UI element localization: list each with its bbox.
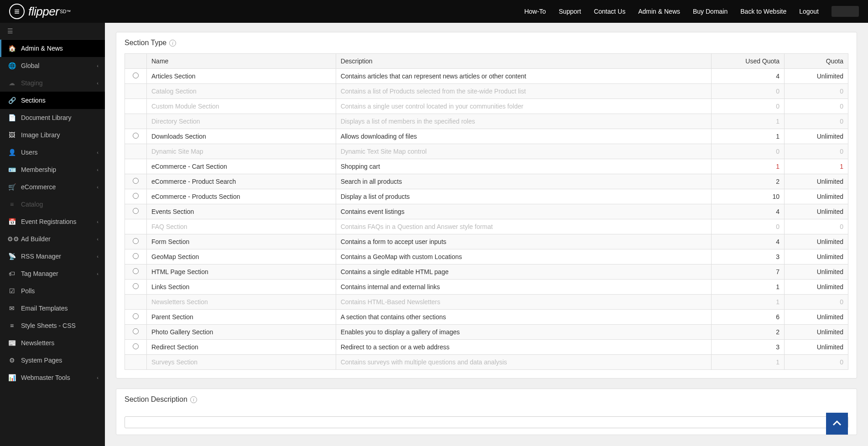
sidebar-item-label: Tag Manager [21, 270, 58, 277]
section-type-radio[interactable] [133, 343, 139, 349]
radio-cell [125, 159, 147, 174]
tag-icon: 🏷 [7, 270, 16, 277]
nav-admin-news[interactable]: Admin & News [638, 8, 680, 15]
cell-name: Surveys Section [147, 355, 336, 370]
home-icon: 🏠 [7, 45, 16, 52]
table-row: Directory SectionDisplays a list of memb… [125, 114, 848, 129]
table-row: eCommerce - Cart SectionShopping cart11 [125, 159, 848, 174]
cell-quota: Unlimited [785, 310, 848, 325]
radio-cell [125, 219, 147, 234]
section-type-radio[interactable] [133, 238, 139, 244]
sidebar-item-webmaster-tools[interactable]: 📊Webmaster Tools‹ [0, 369, 105, 386]
globe-icon: 🌐 [7, 62, 16, 69]
cell-used-quota: 0 [712, 144, 785, 159]
nav-contact[interactable]: Contact Us [594, 8, 625, 15]
cell-description: Dynamic Text Site Map control [336, 144, 711, 159]
sidebar-item-style-sheets-css[interactable]: ≡Style Sheets - CSS [0, 317, 105, 334]
nav-back-to-website[interactable]: Back to Website [740, 8, 786, 15]
section-type-radio[interactable] [133, 328, 139, 334]
section-type-radio[interactable] [133, 268, 139, 274]
sidebar-item-image-library[interactable]: 🖼Image Library [0, 126, 105, 144]
section-type-radio[interactable] [133, 73, 139, 78]
nav-logout[interactable]: Logout [799, 8, 819, 15]
table-row: Custom Module SectionContains a single u… [125, 99, 848, 114]
sidebar-item-users[interactable]: 👤Users‹ [0, 144, 105, 161]
table-row: Events SectionContains event listings4Un… [125, 204, 848, 219]
nav-support[interactable]: Support [559, 8, 581, 15]
sidebar-item-global[interactable]: 🌐Global‹ [0, 57, 105, 74]
cloud-icon: ☁ [7, 79, 16, 87]
sidebar-item-polls[interactable]: ☑Polls [0, 282, 105, 300]
cell-quota: Unlimited [785, 129, 848, 144]
info-icon[interactable]: i [190, 396, 197, 403]
cell-name: HTML Page Section [147, 264, 336, 280]
card-icon: 🪪 [7, 166, 16, 173]
chevron-left-icon: ‹ [97, 254, 99, 259]
sidebar-item-sections[interactable]: 🔗Sections [0, 92, 105, 109]
sidebar-item-ecommerce[interactable]: 🛒eCommerce‹ [0, 178, 105, 196]
cell-description: Contains internal and external links [336, 280, 711, 295]
section-type-radio[interactable] [133, 193, 139, 199]
section-type-radio[interactable] [133, 208, 139, 214]
radio-cell [125, 310, 147, 325]
sidebar-item-membership[interactable]: 🪪Membership‹ [0, 161, 105, 178]
radio-cell [125, 234, 147, 249]
cell-used-quota: 1 [712, 280, 785, 295]
sitemap-icon: 🔗 [7, 97, 16, 104]
cell-used-quota: 1 [712, 114, 785, 129]
cell-used-quota: 4 [712, 234, 785, 249]
sidebar-item-admin-news[interactable]: 🏠Admin & News [0, 40, 105, 57]
radio-cell [125, 340, 147, 355]
sidebar: ☰ 🏠Admin & News🌐Global‹☁Staging‹🔗Section… [0, 23, 105, 446]
sidebar-item-label: Ad Builder [21, 235, 51, 243]
scroll-to-top-button[interactable] [826, 413, 848, 435]
section-type-radio[interactable] [133, 178, 139, 184]
cell-description: Contains HTML-Based Newsletters [336, 295, 711, 310]
sidebar-item-rss-manager[interactable]: 📡RSS Manager‹ [0, 248, 105, 265]
sidebar-item-document-library[interactable]: 📄Document Library [0, 109, 105, 126]
section-type-radio[interactable] [133, 133, 139, 139]
section-description-input[interactable]: ◢ [125, 416, 848, 428]
cell-description: Contains event listings [336, 204, 711, 219]
chevron-left-icon: ‹ [97, 271, 99, 276]
sidebar-item-email-templates[interactable]: ✉Email Templates [0, 300, 105, 317]
sidebar-item-newsletters[interactable]: 📰Newsletters [0, 334, 105, 352]
sidebar-item-label: Newsletters [21, 339, 54, 347]
cog-icon: ⚙ [7, 357, 16, 364]
logo[interactable]: ≡ flipper SD™ [9, 4, 71, 19]
cell-description: Redirect to a section or a web address [336, 340, 711, 355]
section-type-radio[interactable] [133, 253, 139, 259]
cell-name: Form Section [147, 234, 336, 249]
section-type-radio[interactable] [133, 283, 139, 289]
sidebar-item-tag-manager[interactable]: 🏷Tag Manager‹ [0, 265, 105, 282]
section-description-title: Section Description [125, 395, 187, 404]
radio-cell [125, 295, 147, 310]
cell-quota: 0 [785, 355, 848, 370]
cell-used-quota: 1 [712, 295, 785, 310]
sidebar-item-system-pages[interactable]: ⚙System Pages [0, 352, 105, 369]
logo-sup: SD™ [60, 9, 71, 14]
sidebar-item-event-registrations[interactable]: 📅Event Registrations‹ [0, 213, 105, 230]
cell-used-quota: 6 [712, 310, 785, 325]
cell-description: Contains a form to accept user inputs [336, 234, 711, 249]
info-icon[interactable]: i [169, 40, 176, 47]
sidebar-item-label: Membership [21, 166, 56, 173]
section-type-radio[interactable] [133, 313, 139, 319]
sidebar-item-label: Users [21, 149, 38, 156]
nav-howto[interactable]: How-To [524, 8, 546, 15]
radio-cell [125, 129, 147, 144]
nav-buy-domain[interactable]: Buy Domain [693, 8, 728, 15]
sidebar-toggle[interactable]: ☰ [0, 23, 105, 40]
cell-name: Events Section [147, 204, 336, 219]
table-row: Dynamic Site MapDynamic Text Site Map co… [125, 144, 848, 159]
radio-cell [125, 204, 147, 219]
logo-text: flipper [28, 5, 59, 19]
cell-used-quota: 1 [712, 129, 785, 144]
cell-used-quota: 2 [712, 325, 785, 340]
table-row: eCommerce - Product SearchSearch in all … [125, 174, 848, 189]
cell-quota: 0 [785, 84, 848, 99]
sidebar-item-ad-builder[interactable]: ⚙⚙Ad Builder‹ [0, 230, 105, 248]
table-row: Photo Gallery SectionEnables you to disp… [125, 325, 848, 340]
cell-used-quota: 10 [712, 189, 785, 204]
cell-quota: Unlimited [785, 234, 848, 249]
